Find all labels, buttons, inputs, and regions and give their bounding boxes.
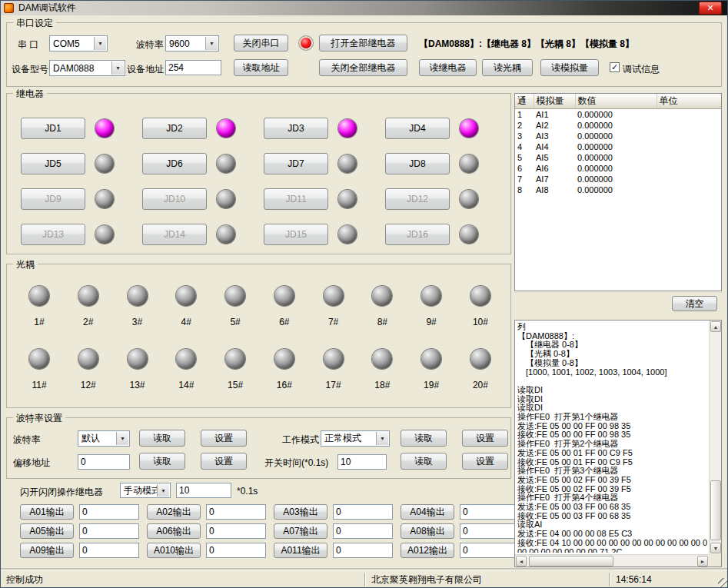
output-button-2[interactable]: A02输出 <box>147 504 201 520</box>
serial-settings-group: 串口设定 串 口 COM5 ▼ 波特率 9600 ▼ 关闭串口 打开全部继电器 … <box>6 22 722 87</box>
scroll-right-icon[interactable]: ► <box>697 556 708 566</box>
read-relay-button[interactable]: 读继电器 <box>419 59 477 76</box>
opto-indicator-9# <box>421 286 441 306</box>
output-cell: A03输出 <box>274 504 401 523</box>
scroll-down-icon[interactable]: ▼ <box>710 543 721 553</box>
offset-set-button[interactable]: 设置 <box>201 453 247 470</box>
title-bar: DAM调试软件 ✕ <box>1 1 728 15</box>
relay-button-jd16[interactable]: JD16 <box>385 224 450 245</box>
relay-button-jd5[interactable]: JD5 <box>21 153 85 174</box>
scroll-left-icon[interactable]: ◄ <box>516 556 527 566</box>
chevron-down-icon[interactable]: ▼ <box>94 37 106 50</box>
port-select[interactable]: COM5 ▼ <box>49 35 108 51</box>
baud-set-button[interactable]: 设置 <box>201 430 247 447</box>
work-mode-read-button[interactable]: 读取 <box>401 430 447 447</box>
relay-group: 继电器 JD1JD2JD3JD4JD5JD6JD7JD8JD9JD10JD11J… <box>6 93 511 254</box>
read-opto-button[interactable]: 读光耦 <box>482 59 533 76</box>
baud-read-button[interactable]: 读取 <box>139 430 185 447</box>
output-value-input-3[interactable] <box>333 504 393 520</box>
address-input[interactable] <box>165 60 221 75</box>
output-button-5[interactable]: A05输出 <box>20 523 74 539</box>
relay-button-jd1[interactable]: JD1 <box>21 118 85 139</box>
horizontal-scroll-thumb[interactable] <box>529 556 613 566</box>
flash-time-input[interactable] <box>176 483 231 498</box>
baud-select[interactable]: 9600 ▼ <box>165 35 219 51</box>
switch-time-input[interactable] <box>337 454 387 470</box>
relay-button-jd6[interactable]: JD6 <box>142 153 207 174</box>
log-vertical-scrollbar[interactable]: ▲ ▼ <box>709 321 721 554</box>
output-value-input-9[interactable] <box>79 543 139 558</box>
resize-grip[interactable] <box>718 578 728 588</box>
read-analog-button[interactable]: 读模拟量 <box>540 59 599 76</box>
output-button-9[interactable]: A09输出 <box>20 543 74 558</box>
flash-mode-select[interactable]: 手动模式 ▼ <box>120 483 171 498</box>
relay-button-jd10[interactable]: JD10 <box>142 188 207 210</box>
output-value-input-10[interactable] <box>206 543 266 558</box>
work-mode-set-button[interactable]: 设置 <box>462 430 508 447</box>
relay-button-jd7[interactable]: JD7 <box>264 153 328 174</box>
open-all-relays-button[interactable]: 打开全部继电器 <box>319 35 407 51</box>
relay-button-jd4[interactable]: JD4 <box>385 118 450 139</box>
relay-button-jd11[interactable]: JD11 <box>264 188 328 210</box>
switch-time-set-button[interactable]: 设置 <box>462 453 508 470</box>
opto-label: 5# <box>230 317 240 327</box>
chevron-down-icon[interactable]: ▼ <box>116 432 128 445</box>
relay-indicator-16-off <box>460 225 478 244</box>
relay-button-jd13[interactable]: JD13 <box>21 224 85 245</box>
opto-indicator-17# <box>324 349 344 369</box>
relay-button-jd14[interactable]: JD14 <box>142 224 207 245</box>
chevron-down-icon[interactable]: ▼ <box>111 61 124 75</box>
work-mode-select[interactable]: 正常模式 ▼ <box>321 430 390 447</box>
output-cell: A09输出 <box>20 543 147 562</box>
relay-button-jd2[interactable]: JD2 <box>142 118 207 139</box>
vertical-scroll-thumb[interactable] <box>710 480 721 540</box>
scroll-up-icon[interactable]: ▲ <box>710 321 721 332</box>
output-value-input-5[interactable] <box>79 523 139 539</box>
relay-button-jd8[interactable]: JD8 <box>385 153 450 174</box>
chevron-down-icon[interactable]: ▼ <box>157 484 169 497</box>
output-value-input-12[interactable] <box>460 543 520 558</box>
log-panel: 列 【DAM0888】: 【继电器 0-8】 【光耦 0-8】 【模拟量 0-8… <box>514 320 722 567</box>
output-button-6[interactable]: A06输出 <box>147 523 201 539</box>
log-horizontal-scrollbar[interactable]: ◄ ► <box>515 554 709 566</box>
output-value-input-2[interactable] <box>206 504 266 520</box>
output-value-input-8[interactable] <box>460 523 520 539</box>
close-port-button[interactable]: 关闭串口 <box>234 35 288 51</box>
output-button-10[interactable]: A010输出 <box>147 543 201 558</box>
output-value-input-7[interactable] <box>333 523 393 539</box>
chevron-down-icon[interactable]: ▼ <box>205 37 218 50</box>
switch-time-read-button[interactable]: 读取 <box>401 453 447 470</box>
output-button-12[interactable]: A012输出 <box>401 543 454 558</box>
baud-default-select[interactable]: 默认 ▼ <box>78 430 130 447</box>
read-address-button[interactable]: 读取地址 <box>234 59 288 76</box>
opto-cell: 1# <box>18 286 61 327</box>
debug-info-checkbox[interactable]: ✓ <box>610 62 620 72</box>
output-button-11[interactable]: A011输出 <box>274 543 327 558</box>
output-button-4[interactable]: A04输出 <box>401 504 454 520</box>
offset-input[interactable] <box>78 454 130 470</box>
relay-indicator-2-on <box>217 119 235 138</box>
model-select[interactable]: DAM0888 ▼ <box>49 60 125 76</box>
output-value-input-4[interactable] <box>460 504 520 520</box>
offset-label: 偏移地址 <box>13 457 50 470</box>
offset-read-button[interactable]: 读取 <box>139 453 185 470</box>
output-button-8[interactable]: A08输出 <box>401 523 454 539</box>
application-window: DAM调试软件 ✕ 串口设定 串 口 COM5 ▼ 波特率 9600 ▼ 关闭串… <box>0 0 728 588</box>
relay-cell: JD14 <box>142 217 264 252</box>
relay-button-jd12[interactable]: JD12 <box>385 188 450 210</box>
output-button-3[interactable]: A03输出 <box>274 504 327 520</box>
chevron-down-icon[interactable]: ▼ <box>376 432 388 445</box>
output-value-input-6[interactable] <box>206 523 266 539</box>
relay-indicator-12-off <box>460 190 478 208</box>
output-button-7[interactable]: A07输出 <box>274 523 327 539</box>
relay-button-jd9[interactable]: JD9 <box>21 188 85 210</box>
output-button-1[interactable]: A01输出 <box>20 504 74 520</box>
relay-cell: JD15 <box>264 217 385 252</box>
relay-button-jd3[interactable]: JD3 <box>264 118 328 139</box>
close-all-relays-button[interactable]: 关闭全部继电器 <box>319 59 407 76</box>
output-value-input-11[interactable] <box>333 543 393 558</box>
close-button[interactable]: ✕ <box>699 2 722 15</box>
output-value-input-1[interactable] <box>79 504 139 520</box>
clear-button[interactable]: 清空 <box>672 296 717 311</box>
relay-button-jd15[interactable]: JD15 <box>264 224 328 245</box>
